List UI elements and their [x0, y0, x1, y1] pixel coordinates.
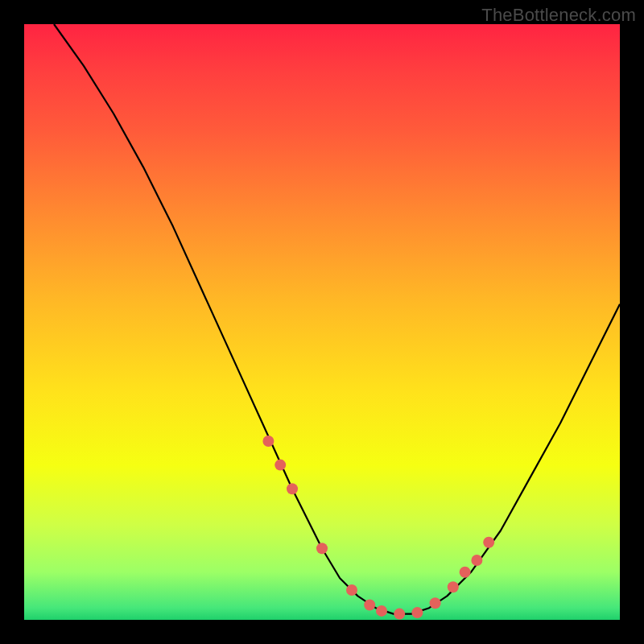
marker-dot — [448, 581, 459, 592]
marker-dot — [364, 600, 375, 611]
marker-dot — [394, 609, 405, 620]
marker-dots — [262, 436, 494, 620]
marker-dot — [471, 555, 482, 566]
watermark-text: TheBottleneck.com — [481, 5, 636, 26]
curve-line — [54, 24, 620, 614]
marker-dot — [316, 543, 328, 554]
plot-area — [24, 24, 620, 620]
marker-dot — [346, 584, 357, 596]
marker-dot — [483, 537, 494, 548]
marker-dot — [430, 597, 441, 609]
marker-dot — [376, 605, 387, 617]
marker-dot — [275, 460, 286, 471]
marker-dot — [411, 607, 423, 618]
marker-dot — [262, 436, 274, 447]
marker-dot — [287, 483, 298, 494]
curve-svg — [24, 24, 620, 620]
chart-frame: TheBottleneck.com — [0, 0, 644, 644]
curve-path — [54, 24, 620, 614]
marker-dot — [460, 567, 471, 578]
